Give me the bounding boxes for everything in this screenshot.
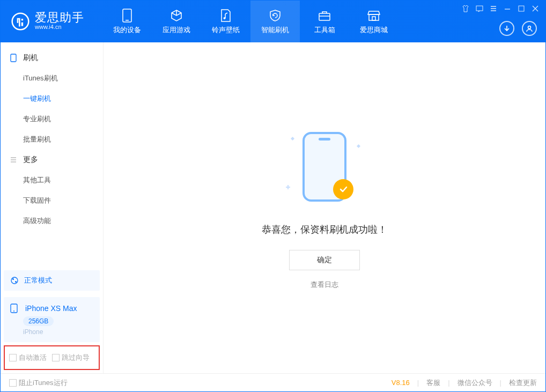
sidebar-item-batch-flash[interactable]: 批量刷机: [1, 129, 103, 150]
svg-rect-6: [372, 17, 375, 20]
mode-panel[interactable]: 正常模式: [4, 270, 100, 291]
checkbox-block-itunes[interactable]: 阻止iTunes运行: [9, 378, 68, 388]
svg-point-11: [11, 277, 18, 284]
svg-rect-8: [519, 6, 524, 11]
nav-tab-label: 应用游戏: [163, 25, 190, 35]
separator: |: [448, 379, 449, 387]
logo-icon: [11, 12, 29, 31]
footer: 阻止iTunes运行 V8.16 | 客服 | 微信公众号 | 检查更新: [1, 373, 545, 391]
separator: |: [417, 379, 419, 387]
footer-right: V8.16 | 客服 | 微信公众号 | 检查更新: [392, 378, 537, 388]
nav-tab-apps[interactable]: 应用游戏: [152, 1, 201, 42]
device-icon: [122, 8, 132, 23]
body: 刷机 iTunes刷机 一键刷机 专业刷机 批量刷机 更多 其他工具 下载固件 …: [1, 42, 545, 373]
header-actions: [499, 21, 537, 36]
checkbox-auto-activate[interactable]: 自动激活: [9, 353, 47, 363]
nav-tab-label: 我的设备: [113, 25, 141, 35]
sidebar-item-oneclick-flash[interactable]: 一键刷机: [1, 88, 103, 109]
device-panel[interactable]: iPhone XS Max 256GB iPhone: [4, 297, 100, 342]
ok-button[interactable]: 确定: [289, 250, 360, 270]
profile-button[interactable]: [522, 21, 537, 36]
device-name: iPhone XS Max: [25, 304, 77, 313]
svg-rect-7: [476, 6, 483, 11]
view-log-link[interactable]: 查看日志: [311, 280, 338, 290]
footer-link-support[interactable]: 客服: [426, 378, 440, 388]
feedback-icon[interactable]: [475, 4, 484, 13]
sidebar-scroll: 刷机 iTunes刷机 一键刷机 专业刷机 批量刷机 更多 其他工具 下载固件 …: [1, 42, 103, 267]
app-url: www.i4.cn: [35, 24, 84, 31]
svg-rect-4: [319, 13, 330, 20]
sidebar-group-label: 更多: [23, 155, 38, 165]
checkbox-skip-guide[interactable]: 跳过向导: [52, 353, 90, 363]
svg-point-12: [12, 278, 14, 280]
minimize-icon[interactable]: [503, 4, 512, 13]
window-controls: [461, 4, 540, 13]
footer-link-update[interactable]: 检查更新: [509, 378, 537, 388]
close-icon[interactable]: [530, 4, 540, 13]
version-label: V8.16: [392, 379, 410, 387]
mode-icon: [10, 276, 20, 285]
svg-point-15: [13, 310, 14, 312]
sidebar-item-other-tools[interactable]: 其他工具: [1, 170, 103, 190]
file-music-icon: [220, 8, 232, 23]
svg-point-3: [224, 17, 226, 19]
svg-point-0: [12, 13, 29, 30]
separator: |: [500, 379, 501, 387]
checkbox-label: 阻止iTunes运行: [19, 378, 68, 388]
sidebar-group-label: 刷机: [23, 53, 38, 63]
logo-area: 爱思助手 www.i4.cn: [1, 12, 102, 31]
device-type: iPhone: [23, 328, 93, 336]
app-window: 爱思助手 www.i4.cn 我的设备 应用游戏 铃声壁纸 智能刷机: [0, 0, 546, 392]
nav-tab-ringtone[interactable]: 铃声壁纸: [201, 1, 250, 42]
checkbox-label: 跳过向导: [62, 353, 90, 363]
tshirt-icon[interactable]: [461, 4, 470, 13]
sparkle-icon: [291, 136, 294, 140]
nav-tab-toolbox[interactable]: 工具箱: [300, 1, 349, 42]
svg-rect-2: [126, 20, 129, 21]
svg-point-9: [528, 26, 531, 29]
success-illustration: [282, 127, 367, 212]
checkmark-badge-icon: [333, 179, 353, 199]
sidebar-item-download-firmware[interactable]: 下载固件: [1, 190, 103, 211]
svg-rect-5: [369, 14, 379, 20]
sidebar-item-advanced[interactable]: 高级功能: [1, 211, 103, 231]
main-content: 恭喜您，保资料刷机成功啦！ 确定 查看日志: [104, 42, 545, 373]
sidebar-item-itunes-flash[interactable]: iTunes刷机: [1, 68, 103, 88]
sidebar-group-flash: 刷机: [1, 48, 103, 68]
footer-link-wechat[interactable]: 微信公众号: [458, 378, 492, 388]
maximize-icon[interactable]: [517, 4, 526, 13]
sidebar-group-more: 更多: [1, 150, 103, 170]
success-message: 恭喜您，保资料刷机成功啦！: [262, 223, 387, 236]
menu-icon[interactable]: [489, 4, 498, 13]
app-title: 爱思助手: [35, 12, 84, 24]
header: 爱思助手 www.i4.cn 我的设备 应用游戏 铃声壁纸 智能刷机: [1, 1, 545, 42]
sidebar-item-pro-flash[interactable]: 专业刷机: [1, 109, 103, 129]
toolbox-icon: [318, 8, 331, 23]
checkbox-icon: [9, 379, 17, 387]
sparkle-icon: [287, 185, 289, 189]
nav-tab-device[interactable]: 我的设备: [102, 1, 152, 42]
mode-label: 正常模式: [24, 276, 52, 285]
checkbox-icon: [9, 354, 17, 361]
device-capacity-badge: 256GB: [23, 316, 54, 326]
checkbox-icon: [52, 354, 60, 361]
nav-tab-store[interactable]: 爱思商城: [349, 1, 399, 42]
nav-tab-label: 工具箱: [314, 25, 335, 35]
shield-refresh-icon: [268, 8, 282, 23]
cube-icon: [169, 8, 183, 23]
sparkle-icon: [357, 144, 360, 147]
phone-icon: [10, 304, 20, 313]
sidebar: 刷机 iTunes刷机 一键刷机 专业刷机 批量刷机 更多 其他工具 下载固件 …: [1, 42, 104, 373]
phone-icon: [10, 54, 19, 62]
nav-tab-flash[interactable]: 智能刷机: [250, 1, 300, 42]
download-button[interactable]: [499, 21, 514, 36]
nav-tab-label: 爱思商城: [360, 25, 388, 35]
nav-tab-label: 铃声壁纸: [212, 25, 240, 35]
store-icon: [367, 8, 381, 23]
checkbox-label: 自动激活: [19, 353, 47, 363]
highlighted-options: 自动激活 跳过向导: [4, 345, 100, 370]
svg-point-13: [15, 281, 17, 283]
nav-tabs: 我的设备 应用游戏 铃声壁纸 智能刷机 工具箱 爱思商城: [102, 1, 399, 42]
svg-rect-10: [11, 54, 16, 62]
nav-tab-label: 智能刷机: [261, 25, 289, 35]
